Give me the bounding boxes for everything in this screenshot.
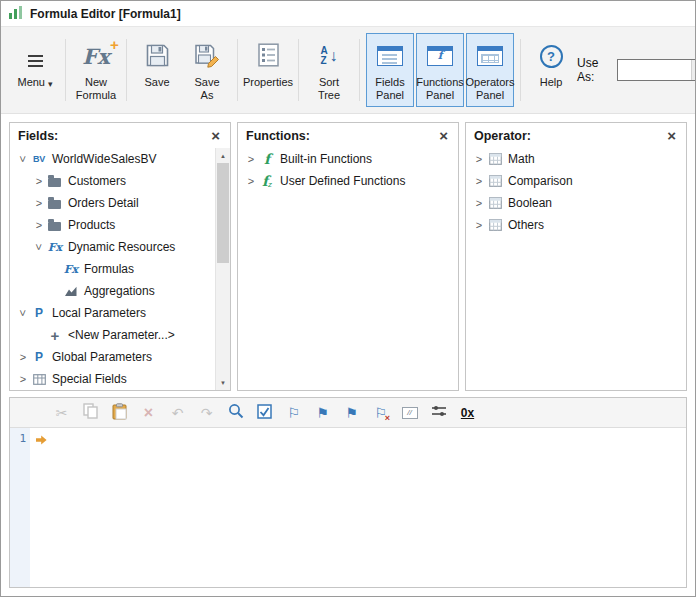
save-as-label: Save As [188, 76, 226, 102]
sliders-icon [431, 404, 447, 421]
scrollbar-thumb[interactable] [217, 163, 229, 263]
chevron-right-icon[interactable] [244, 175, 258, 187]
operator-panel-header: Operator: [466, 123, 686, 146]
fields-panel-button[interactable]: Fields Panel [366, 33, 414, 107]
fields-panel-icon [377, 46, 403, 66]
cut-button[interactable]: ✂ [52, 403, 71, 422]
paste-button[interactable] [110, 403, 129, 422]
formula-icon [62, 258, 80, 280]
toolbar-separator [237, 39, 238, 101]
chevron-down-icon[interactable] [32, 241, 46, 253]
chevron-right-icon[interactable] [472, 219, 486, 231]
find-button[interactable] [226, 403, 245, 422]
parameter-icon [30, 302, 48, 324]
tree-item-worldwidesalesbv[interactable]: WorldWideSalesBV [10, 148, 215, 170]
tree-item-math[interactable]: Math [466, 148, 686, 170]
operators-panel-label: Operators Panel [466, 76, 515, 102]
tree-item-comparison[interactable]: Comparison [466, 170, 686, 192]
formula-code-editor: ✂ × ↶ ↷ ⚐ ⚑ ⚑ ⚐ 0x 1 [9, 397, 687, 588]
tree-item-aggregations[interactable]: Aggregations [10, 280, 215, 302]
chevron-right-icon[interactable] [32, 219, 46, 231]
fields-scrollbar[interactable] [215, 148, 230, 390]
save-as-button[interactable]: Save As [183, 33, 231, 107]
parameter-icon [30, 346, 48, 368]
chevron-down-icon[interactable] [16, 153, 30, 165]
tree-item-orders-detail[interactable]: Orders Detail [10, 192, 215, 214]
copy-icon [83, 403, 98, 422]
properties-icon [258, 43, 279, 69]
use-as-label: Use As: [577, 56, 612, 84]
scrollbar-track[interactable] [216, 163, 230, 375]
chevron-down-icon[interactable] [16, 307, 30, 319]
folder-icon [46, 192, 64, 214]
tree-item-global-parameters[interactable]: Global Parameters [10, 346, 215, 368]
tree-item-builtin-functions[interactable]: Built-in Functions [238, 148, 458, 170]
current-line-margin [30, 428, 52, 587]
run-to-flag-button[interactable]: ⚑ [313, 403, 332, 422]
toolbar-separator [126, 39, 127, 101]
next-flag-button[interactable]: ⚑ [342, 403, 361, 422]
comment-button[interactable] [400, 403, 419, 422]
chevron-right-icon[interactable] [32, 175, 46, 187]
chevron-right-icon[interactable] [472, 197, 486, 209]
tree-item-local-parameters[interactable]: Local Parameters [10, 302, 215, 324]
menu-button[interactable]: Menu [11, 33, 59, 107]
close-icon[interactable] [437, 128, 450, 143]
chevron-down-icon [45, 77, 53, 89]
tree-item-dynamic-resources[interactable]: Dynamic Resources [10, 236, 215, 258]
save-as-icon [194, 43, 220, 70]
help-label: Help [540, 76, 563, 89]
business-view-icon [30, 148, 48, 170]
save-button[interactable]: Save [133, 33, 181, 107]
formula-text-area[interactable] [52, 428, 686, 587]
tree-item-boolean[interactable]: Boolean [466, 192, 686, 214]
sort-tree-label: Sort Tree [310, 76, 348, 102]
tree-item-customers[interactable]: Customers [10, 170, 215, 192]
functions-panel-icon [427, 46, 453, 66]
paste-icon [112, 403, 127, 423]
close-icon[interactable] [209, 128, 222, 143]
scroll-down-icon[interactable] [216, 375, 230, 390]
editor-toolbar: ✂ × ↶ ↷ ⚐ ⚑ ⚑ ⚐ 0x [10, 398, 686, 428]
toolbar-separator [65, 39, 66, 101]
fields-panel-label: Fields Panel [371, 76, 409, 102]
tree-item-others[interactable]: Others [466, 214, 686, 236]
chevron-right-icon[interactable] [244, 153, 258, 165]
use-as-combobox[interactable] [617, 59, 696, 81]
operators-panel-button[interactable]: Operators Panel [466, 33, 514, 107]
tree-item-formulas[interactable]: Formulas [10, 258, 215, 280]
functions-panel: Functions: Built-in Functions User Defin… [237, 122, 459, 391]
checkbox-check-icon [257, 404, 272, 422]
chevron-right-icon[interactable] [472, 153, 486, 165]
undo-button[interactable]: ↶ [168, 403, 187, 422]
operator-grid-icon [486, 192, 504, 214]
chevron-right-icon[interactable] [32, 197, 46, 209]
tree-item-special-fields[interactable]: Special Fields [10, 368, 215, 390]
tree-item-new-parameter[interactable]: <New Parameter...> [10, 324, 215, 346]
chevron-right-icon[interactable] [472, 175, 486, 187]
functions-panel-button[interactable]: Functions Panel [416, 33, 464, 107]
scroll-up-icon[interactable] [216, 148, 230, 163]
options-button[interactable] [429, 403, 448, 422]
combobox-arrow-icon[interactable] [691, 60, 696, 80]
folder-icon [46, 170, 64, 192]
close-icon[interactable] [665, 128, 678, 143]
formula-icon [46, 236, 64, 258]
chevron-right-icon[interactable] [16, 373, 30, 385]
copy-button[interactable] [81, 403, 100, 422]
chevron-right-icon[interactable] [16, 351, 30, 363]
properties-button[interactable]: Properties [244, 33, 292, 107]
clear-flags-button[interactable]: ⚐ [371, 403, 390, 422]
delete-button[interactable]: × [139, 403, 158, 422]
new-formula-button[interactable]: New Formula [72, 33, 120, 107]
sort-tree-button[interactable]: Sort Tree [305, 33, 353, 107]
hex-toggle-button[interactable]: 0x [458, 403, 477, 422]
help-button[interactable]: Help [527, 33, 575, 107]
functions-panel-title: Functions: [246, 129, 310, 143]
tree-item-products[interactable]: Products [10, 214, 215, 236]
redo-button[interactable]: ↷ [197, 403, 216, 422]
validate-button[interactable] [255, 403, 274, 422]
flag-button[interactable]: ⚐ [284, 403, 303, 422]
aggregation-chart-icon [62, 280, 80, 302]
tree-item-user-defined-functions[interactable]: User Defined Functions [238, 170, 458, 192]
